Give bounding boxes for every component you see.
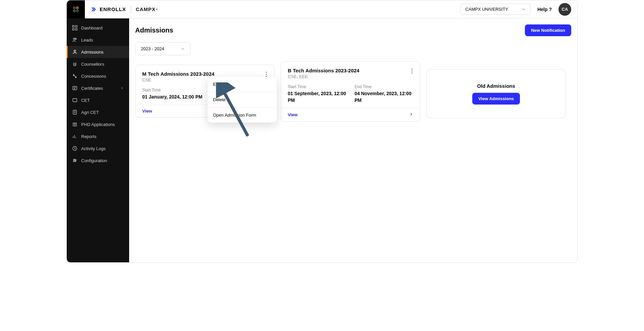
phd-icon <box>72 122 77 127</box>
cards-row: M Tech Admissions 2023-2024 CSE Start Ti… <box>135 61 571 122</box>
svg-rect-6 <box>72 28 74 30</box>
menu-item-delete[interactable]: Delete <box>208 92 277 108</box>
svg-rect-4 <box>72 25 74 27</box>
body-row: Dashboard Leads Admissions Counsellors C… <box>67 18 577 262</box>
svg-point-0 <box>73 7 75 9</box>
dots-vertical-icon <box>266 72 267 77</box>
end-time-value: 04 November, 2023, 12:00 PM <box>355 90 413 104</box>
logo-divider <box>131 6 131 13</box>
cet-icon <box>72 97 77 103</box>
view-link[interactable]: View <box>288 112 298 117</box>
svg-point-1 <box>76 7 78 9</box>
activity-logs-icon <box>72 146 77 151</box>
chevron-down-icon <box>181 47 185 51</box>
chevron-down-icon <box>522 7 526 11</box>
svg-rect-12 <box>73 98 77 102</box>
card-menu-button[interactable] <box>411 68 413 75</box>
sidebar-item-activity-logs[interactable]: Activity Logs <box>67 142 129 154</box>
svg-point-25 <box>412 73 413 74</box>
menu-item-open-form[interactable]: Open Admission Form <box>208 108 277 123</box>
topbar-right: CAMPX UNIVERSITY Help ? CA <box>460 3 577 16</box>
avatar[interactable]: CA <box>558 3 571 16</box>
old-admissions-title: Old Admissions <box>433 83 559 89</box>
start-time-label: Start Time <box>288 84 346 89</box>
sidebar-item-agri-cet[interactable]: Agri CET <box>67 106 129 118</box>
university-label: CAMPX UNIVERSITY <box>465 7 508 12</box>
svg-rect-14 <box>73 123 76 126</box>
sidebar-item-admissions[interactable]: Admissions <box>67 46 129 58</box>
svg-rect-13 <box>73 110 76 114</box>
sidebar-item-label: Concessions <box>81 74 106 79</box>
svg-point-8 <box>73 38 75 40</box>
university-select[interactable]: CAMPX UNIVERSITY <box>460 4 531 15</box>
svg-point-15 <box>74 124 75 125</box>
svg-point-19 <box>73 161 74 162</box>
sidebar-item-label: Counsellors <box>81 62 104 67</box>
app-launcher-icon[interactable] <box>67 0 85 18</box>
card-title: B Tech Admissions 2023-2024 <box>288 68 359 73</box>
year-label: 2023 - 2024 <box>141 46 164 51</box>
enrollx-arrows-icon <box>91 6 98 13</box>
admissions-icon <box>72 49 77 55</box>
sidebar-item-label: Dashboard <box>81 25 103 30</box>
svg-point-10 <box>74 50 76 52</box>
sidebar-item-counsellors[interactable]: Counsellors <box>67 58 129 70</box>
page-header: Admissions New Notification <box>135 18 571 39</box>
sidebar-item-phd[interactable]: PHD Applications <box>67 118 129 130</box>
sidebar-item-label: CET <box>81 98 90 103</box>
sidebar-item-reports[interactable]: Reports <box>67 130 129 142</box>
start-time-value: 01 September, 2023, 12:00 PM <box>288 90 346 104</box>
chevron-right-icon <box>409 112 413 118</box>
admission-card-btech: B Tech Admissions 2023-2024 CSE, EEE Sta… <box>281 61 420 122</box>
card-subtitle: CSE, EEE <box>288 74 359 79</box>
help-link[interactable]: Help ? <box>537 7 552 12</box>
sidebar-item-label: Agri CET <box>81 110 99 115</box>
sidebar: Dashboard Leads Admissions Counsellors C… <box>67 18 129 262</box>
concessions-icon <box>72 73 77 79</box>
view-link[interactable]: View <box>142 109 152 114</box>
agri-cet-icon <box>72 110 77 115</box>
sidebar-item-configuration[interactable]: Configuration <box>67 154 129 167</box>
sidebar-item-label: Reports <box>81 134 97 139</box>
logo-campx: CAMPX ● <box>136 6 158 12</box>
sidebar-item-dashboard[interactable]: Dashboard <box>67 22 129 34</box>
card-subtitle: CSE <box>142 77 214 82</box>
svg-point-21 <box>266 74 267 75</box>
configuration-icon <box>72 158 77 163</box>
svg-rect-7 <box>75 28 77 30</box>
chevron-right-icon <box>120 86 124 91</box>
sidebar-item-label: Activity Logs <box>81 146 106 151</box>
leads-icon <box>72 37 77 43</box>
svg-rect-11 <box>73 86 77 90</box>
view-admissions-button[interactable]: View Admissions <box>472 93 520 105</box>
menu-item-edit[interactable]: Edit <box>208 77 277 92</box>
logo-enrollx: ENROLLX <box>91 6 126 13</box>
sidebar-item-certificates[interactable]: Certificates <box>67 82 129 94</box>
sidebar-item-leads[interactable]: Leads <box>67 34 129 46</box>
end-time-label: End Time <box>355 84 413 89</box>
sidebar-item-concessions[interactable]: Concessions <box>67 70 129 82</box>
topbar: ENROLLX CAMPX ● CAMPX UNIVERSITY Help ? … <box>67 0 577 18</box>
svg-point-24 <box>412 71 413 72</box>
sidebar-item-label: Certificates <box>81 86 103 91</box>
svg-point-18 <box>75 160 76 161</box>
campx-text: CAMPX <box>136 6 156 12</box>
dashboard-icon <box>72 25 77 30</box>
new-notification-button[interactable]: New Notification <box>525 24 571 36</box>
sidebar-item-cet[interactable]: CET <box>67 94 129 106</box>
svg-point-3 <box>76 10 78 12</box>
year-select[interactable]: 2023 - 2024 <box>135 42 191 55</box>
sidebar-item-label: Leads <box>81 38 93 43</box>
enrollx-text: ENROLLX <box>100 6 126 12</box>
certificates-icon <box>72 85 77 91</box>
svg-point-17 <box>74 159 74 160</box>
sidebar-item-label: Configuration <box>81 158 107 163</box>
page-title: Admissions <box>135 26 173 34</box>
svg-point-9 <box>75 38 76 40</box>
card-dropdown-menu: Edit Delete Open Admission Form <box>208 77 277 123</box>
logo-area: ENROLLX CAMPX ● <box>85 6 158 13</box>
sidebar-item-label: PHD Applications <box>81 122 115 127</box>
main-content: Admissions New Notification 2023 - 2024 … <box>129 18 577 262</box>
svg-point-20 <box>266 72 267 73</box>
svg-point-2 <box>73 10 75 12</box>
